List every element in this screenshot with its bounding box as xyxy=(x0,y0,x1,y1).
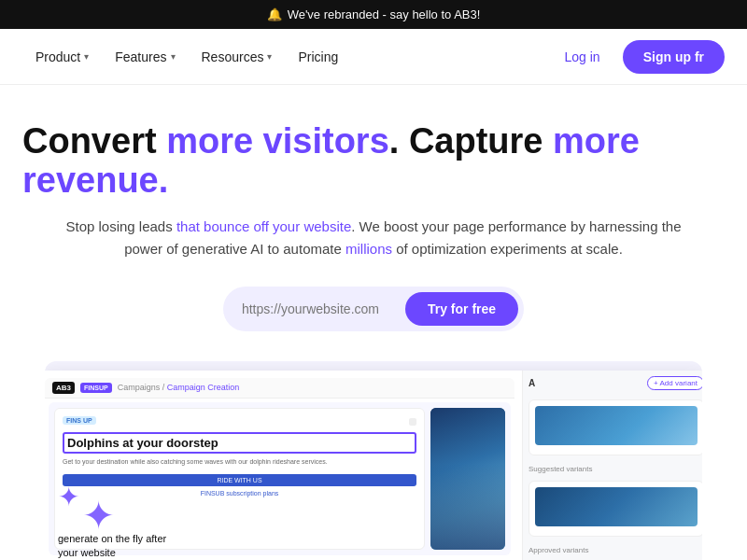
approved-variants-label: Approved variants xyxy=(529,546,702,554)
subtext-highlight-2: millions xyxy=(345,241,392,257)
star-icon-small: ✦ xyxy=(58,484,79,511)
banner-icon: 🔔 xyxy=(267,7,282,21)
website-input[interactable] xyxy=(242,296,405,322)
top-banner: 🔔 We've rebranded - say hello to AB3! xyxy=(0,0,747,29)
headline-text-2: . Capture xyxy=(389,121,553,161)
hero-subtext: Stop losing leads that bounce off your w… xyxy=(56,216,691,260)
nav-resources[interactable]: Resources ▾ xyxy=(189,42,286,72)
banner-text: We've rebranded - say hello to AB3! xyxy=(288,7,481,21)
variant-image-2 xyxy=(535,487,698,526)
nav-right: Log in Sign up fr xyxy=(554,40,725,74)
subtext-highlight-1: that bounce off your website xyxy=(176,218,351,234)
login-button[interactable]: Log in xyxy=(554,42,612,72)
headline-accent-1: more visitors xyxy=(166,121,389,161)
add-variant-button[interactable]: + Add variant xyxy=(647,376,702,390)
hero-section: Convert more visitors. Capture more reve… xyxy=(0,85,747,560)
variant-header: A + Add variant xyxy=(529,376,702,390)
screenshot-topbar: AB3 FINSUP Campaigns / Campaign Creation xyxy=(45,378,514,399)
hero-headline: Convert more visitors. Capture more reve… xyxy=(22,122,725,201)
variant-card-2 xyxy=(529,481,702,537)
bottom-overlay-text: generate on the fly after your website xyxy=(58,532,166,560)
product-screenshot: AB3 FINSUP Campaigns / Campaign Creation… xyxy=(45,361,702,560)
bottom-text-line1: generate on the fly after xyxy=(58,532,166,546)
nav-product[interactable]: Product ▾ xyxy=(22,42,102,72)
features-chevron-icon: ▾ xyxy=(171,51,176,62)
campaign-image xyxy=(430,408,505,550)
campaign-link: FINSUB subscription plans xyxy=(63,490,416,497)
variant-card-1 xyxy=(529,399,702,455)
bottom-text-line2: your website xyxy=(58,546,166,560)
variant-image-1 xyxy=(535,406,698,445)
campaign-cta-btn: RIDE WITH US xyxy=(63,474,416,486)
nav-features[interactable]: Features ▾ xyxy=(102,42,188,72)
nav-left: Product ▾ Features ▾ Resources ▾ Pricing xyxy=(22,42,554,72)
product-chevron-icon: ▾ xyxy=(84,51,89,62)
navbar: Product ▾ Features ▾ Resources ▾ Pricing… xyxy=(0,29,747,85)
headline-text-1: Convert xyxy=(22,121,166,161)
campaign-body: Get to your destination while also catch… xyxy=(63,457,416,467)
resources-chevron-icon: ▾ xyxy=(267,51,272,62)
cta-row: Try for free xyxy=(223,287,524,331)
second-logo: FINSUP xyxy=(80,383,112,393)
app-logo: AB3 xyxy=(52,382,75,394)
campaign-title: Dolphins at your doorstep xyxy=(63,432,416,455)
suggested-variants-label: Suggested variants xyxy=(529,465,702,473)
breadcrumb: Campaigns / Campaign Creation xyxy=(118,383,240,392)
variant-label: A xyxy=(529,378,535,388)
hero-content: Convert more visitors. Capture more reve… xyxy=(22,122,725,361)
nav-pricing[interactable]: Pricing xyxy=(285,42,351,72)
signup-button[interactable]: Sign up fr xyxy=(623,40,725,74)
try-free-button[interactable]: Try for free xyxy=(405,292,518,326)
campaign-tag: FINS UP xyxy=(63,416,96,425)
screenshot-right-panel: A + Add variant Suggested variants Appro… xyxy=(523,371,702,560)
